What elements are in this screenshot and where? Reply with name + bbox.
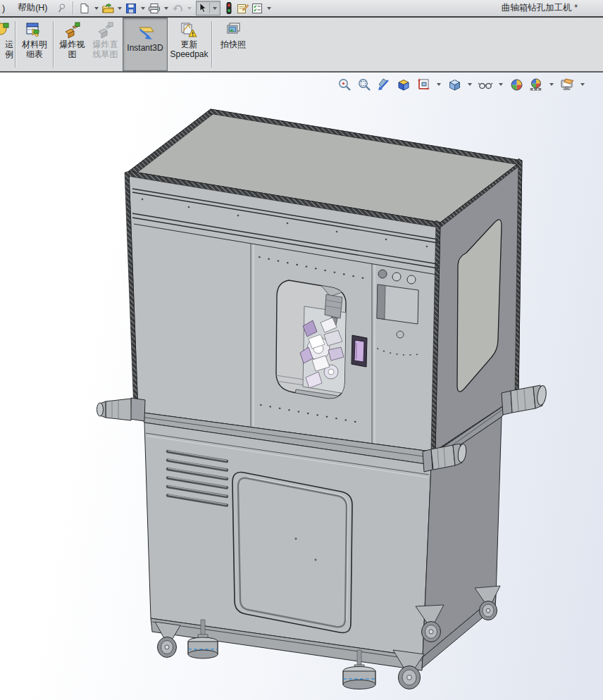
standard-toolbar xyxy=(78,1,273,15)
door-handle[interactable] xyxy=(352,335,367,367)
bill-of-materials-icon xyxy=(25,20,44,39)
save-button[interactable] xyxy=(125,1,138,15)
undo-dropdown[interactable] xyxy=(187,7,192,10)
save-dropdown[interactable] xyxy=(141,7,145,10)
front-opening xyxy=(276,277,352,408)
access-door[interactable] xyxy=(232,473,352,633)
update-speedpak-icon xyxy=(180,20,199,39)
ribbon-exploded-view-button[interactable]: 爆炸视 图 xyxy=(56,18,89,71)
new-document-button[interactable] xyxy=(78,1,92,15)
caster-front-left xyxy=(155,622,180,658)
checklist-dropdown[interactable] xyxy=(267,7,271,10)
checklist-button[interactable] xyxy=(251,1,264,15)
print-dropdown[interactable] xyxy=(164,7,168,10)
menu-help[interactable]: 帮助(H) xyxy=(15,1,50,15)
ribbon-motion-study-button[interactable]: 运 例 xyxy=(0,18,13,71)
open-button[interactable] xyxy=(101,1,115,15)
new-document-dropdown[interactable] xyxy=(94,7,99,10)
select-cursor-icon[interactable] xyxy=(197,1,209,15)
edit-properties-button[interactable] xyxy=(237,1,250,15)
toolbar-separator xyxy=(73,1,74,15)
pushpin-icon[interactable] xyxy=(56,3,67,13)
ribbon-take-snapshot-button[interactable]: 拍快照 xyxy=(214,18,252,71)
document-title: 曲轴箱钻孔加工机 * xyxy=(502,2,578,14)
title-menu-bar: ) 帮助(H) xyxy=(0,0,603,16)
open-dropdown[interactable] xyxy=(118,7,122,10)
traffic-light-icon[interactable] xyxy=(223,1,236,15)
cad-model-crankcase-drilling-machine[interactable] xyxy=(0,73,603,700)
print-button[interactable] xyxy=(148,1,161,15)
ribbon-instant3d-button[interactable]: Instant3D xyxy=(123,18,168,71)
ribbon-explode-line-sketch-button[interactable]: 爆炸直 线草图 xyxy=(89,18,122,71)
side-handle-left[interactable] xyxy=(97,398,146,421)
upper-enclosure[interactable] xyxy=(125,109,522,458)
select-dropdown[interactable] xyxy=(213,7,217,10)
command-manager-ribbon: 运 例 材料明 细表 爆炸视 图 爆炸直 线草图 Instant3D 更新 S xyxy=(0,18,603,71)
explode-line-sketch-icon xyxy=(97,20,115,39)
undo-button[interactable] xyxy=(171,1,185,15)
graphics-viewport[interactable] xyxy=(0,73,603,700)
take-snapshot-icon xyxy=(225,20,242,39)
motion-study-icon xyxy=(0,20,11,39)
menu-item-clipped[interactable]: ) xyxy=(2,4,5,13)
ribbon-update-speedpak-button[interactable]: 更新 Speedpak xyxy=(168,18,210,71)
ribbon-bom-button[interactable]: 材料明 细表 xyxy=(18,18,51,71)
instant3d-icon xyxy=(135,25,155,42)
exploded-view-icon xyxy=(63,20,82,39)
select-tool-group[interactable] xyxy=(196,1,220,15)
